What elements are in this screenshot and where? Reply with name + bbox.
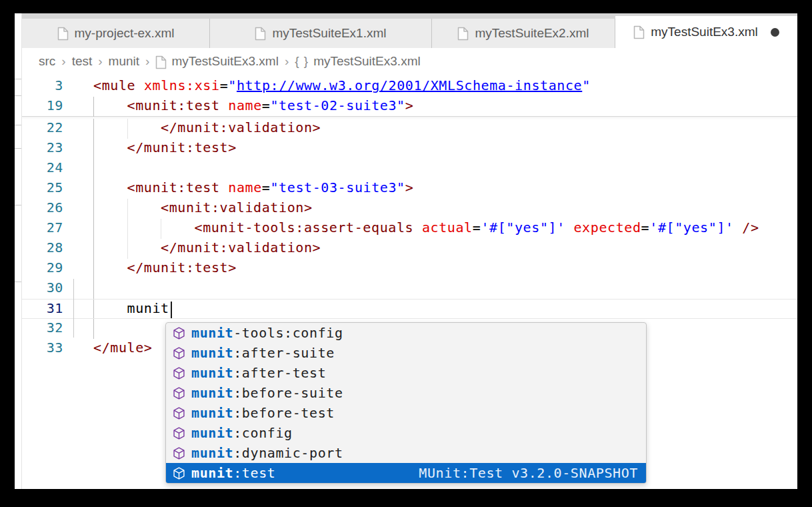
tab-label: my-project-ex.xml — [75, 26, 175, 41]
line-number[interactable]: 19 — [34, 97, 63, 113]
tab-my-project-ex.xml[interactable]: my-project-ex.xml — [22, 19, 210, 48]
autocomplete-dropdown: munit-tools:configmunit:after-suitemunit… — [165, 322, 647, 484]
code-line-text: </mule> — [93, 340, 153, 356]
suggestion-munit-tools:config[interactable]: munit-tools:config — [166, 323, 646, 343]
code-line-3[interactable]: 3<mule xmlns:xsi="http://www.w3.org/2001… — [22, 77, 797, 97]
code-token: </munit:validation> — [161, 119, 321, 135]
line-number[interactable]: 22 — [34, 119, 63, 135]
suggestion-munit:after-suite[interactable]: munit:after-suite — [166, 343, 646, 363]
code-token: = — [262, 179, 271, 195]
code-line-text: </munit:test> — [127, 260, 237, 276]
symbol-braces-icon: { } — [295, 54, 309, 69]
line-number[interactable]: 29 — [34, 260, 63, 276]
symbol-cube-icon — [172, 466, 186, 480]
tab-myTestSuitEx3.xml[interactable]: myTestSuitEx3.xml — [615, 16, 797, 48]
indent-guide — [127, 219, 128, 239]
suggestion-rest: :after-suite — [233, 345, 335, 361]
indent-guide — [93, 139, 94, 159]
code-token — [565, 219, 574, 235]
suggestion-munit:config[interactable]: munit:config — [166, 423, 646, 443]
code-line-24[interactable]: 24 — [22, 159, 797, 179]
indent-guide — [93, 259, 94, 279]
code-line-27[interactable]: 27<munit-tools:assert-equals actual='#["… — [22, 219, 797, 239]
suggestion-match: munit — [191, 365, 233, 381]
code-line-31[interactable]: 31munit — [22, 299, 797, 319]
sliver-mark — [15, 282, 21, 282]
line-number[interactable]: 23 — [34, 139, 63, 155]
suggestion-label: munit:test — [191, 465, 275, 481]
indent-guide — [127, 199, 128, 219]
breadcrumb-item-munit[interactable]: munit — [109, 54, 139, 69]
breadcrumb-item-symbol[interactable]: myTestSuitEx3.xml — [313, 54, 420, 69]
suggestion-rest: :dynamic-port — [233, 445, 343, 461]
code-line-22[interactable]: 22</munit:validation> — [22, 119, 797, 139]
breadcrumb-item-test[interactable]: test — [72, 54, 93, 69]
tab-myTestSuiteEx2.xml[interactable]: myTestSuiteEx2.xml — [432, 19, 615, 48]
line-number[interactable]: 27 — [34, 219, 63, 235]
suggestion-label: munit:dynamic-port — [191, 445, 343, 461]
suggestion-detail: MUnit:Test v3.2.0-SNAPSHOT — [419, 465, 638, 481]
indent-guide — [93, 119, 94, 139]
code-line-29[interactable]: 29</munit:test> — [22, 259, 797, 279]
modified-dot-icon — [771, 28, 779, 37]
suggestion-munit:before-test[interactable]: munit:before-test — [166, 403, 646, 423]
tab-bar: my-project-ex.xmlmyTestSuiteEx1.xmlmyTes… — [22, 19, 797, 48]
indent-guide — [161, 219, 161, 239]
code-token: > — [405, 179, 414, 195]
code-token: '#["yes"]' — [649, 219, 733, 235]
suggestion-label: munit:before-suite — [191, 385, 343, 401]
symbol-cube-icon — [172, 386, 186, 400]
code-line-19[interactable]: 19<munit:test name="test-02-suite3"> — [22, 97, 797, 117]
indent-guide — [93, 319, 94, 339]
symbol-cube-icon — [172, 406, 186, 420]
tab-myTestSuiteEx1.xml[interactable]: myTestSuiteEx1.xml — [210, 19, 432, 48]
code-line-28[interactable]: 28</munit:validation> — [22, 239, 797, 259]
indent-guide — [93, 239, 94, 259]
code-token — [220, 179, 229, 195]
line-number[interactable]: 25 — [34, 179, 63, 195]
file-icon — [255, 27, 266, 41]
indent-guide — [93, 279, 94, 299]
code-line-30[interactable]: 30 — [22, 279, 797, 299]
symbol-cube-icon — [172, 446, 186, 460]
line-number[interactable]: 32 — [34, 320, 63, 336]
code-line-25[interactable]: 25<munit:test name="test-03-suite3"> — [22, 179, 797, 199]
indent-guide — [127, 119, 128, 139]
suggestion-rest: :before-suite — [233, 385, 343, 401]
code-line-text: <mule xmlns:xsi="http://www.w3.org/2001/… — [93, 77, 591, 93]
code-token: " — [228, 77, 237, 93]
code-line-23[interactable]: 23</munit:test> — [22, 139, 797, 159]
code-token: <munit:test — [127, 97, 220, 113]
line-number[interactable]: 24 — [34, 159, 63, 175]
code-token: <munit:validation> — [161, 199, 313, 215]
suggestion-munit:after-test[interactable]: munit:after-test — [166, 363, 646, 383]
code-token: <mule — [93, 77, 135, 93]
code-line-26[interactable]: 26<munit:validation> — [22, 199, 797, 219]
sliver-mark — [15, 125, 21, 125]
window-frame: my-project-ex.xmlmyTestSuiteEx1.xmlmyTes… — [0, 0, 812, 507]
code-token: = — [262, 97, 271, 113]
suggestion-munit:test[interactable]: munit:testMUnit:Test v3.2.0-SNAPSHOT — [166, 463, 646, 483]
line-number[interactable]: 31 — [34, 300, 63, 316]
line-number[interactable]: 28 — [34, 239, 63, 256]
file-icon — [633, 25, 645, 39]
code-token: = — [473, 219, 481, 235]
gutter-fold-guide — [73, 279, 74, 338]
line-number[interactable]: 30 — [34, 280, 63, 296]
line-number[interactable]: 26 — [34, 199, 63, 215]
code-token: name — [228, 97, 262, 113]
sliver-mark — [15, 95, 21, 96]
suggestion-munit:dynamic-port[interactable]: munit:dynamic-port — [166, 443, 646, 463]
code-token: '#["yes"]' — [481, 219, 565, 235]
file-icon — [457, 27, 469, 41]
breadcrumb-item-file[interactable]: myTestSuitEx3.xml — [171, 54, 278, 69]
breadcrumb-item-src[interactable]: src — [39, 54, 55, 69]
line-number[interactable]: 33 — [34, 340, 63, 356]
suggestion-munit:before-suite[interactable]: munit:before-suite — [166, 383, 646, 403]
suggestion-match: munit — [191, 425, 233, 441]
code-token: > — [405, 97, 414, 113]
line-number[interactable]: 3 — [34, 77, 63, 93]
code-token: " — [582, 77, 591, 93]
code-token: = — [220, 77, 229, 93]
code-line-text: <munit:test name="test-02-suite3"> — [127, 97, 414, 113]
